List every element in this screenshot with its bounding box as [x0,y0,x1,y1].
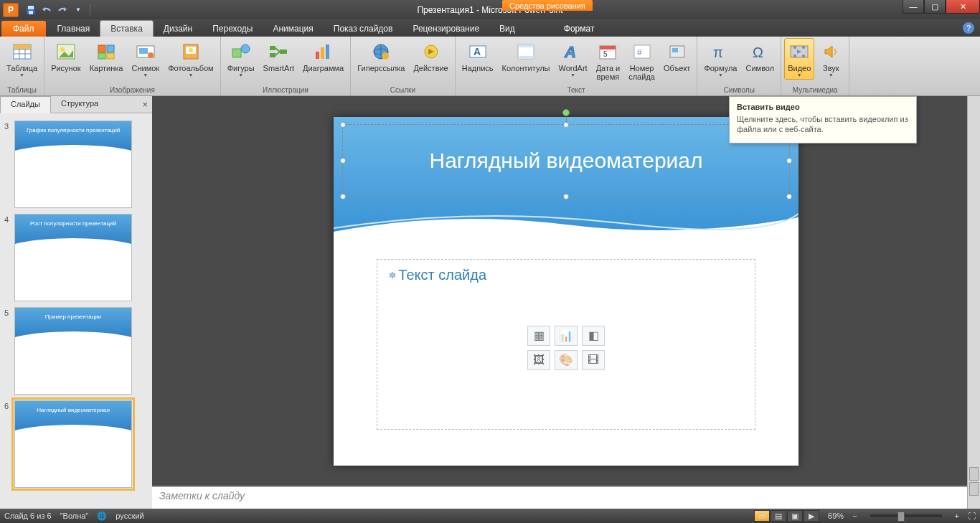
notes-pane[interactable]: Заметки к слайду [152,486,980,509]
slide-editor: Наглядный видеоматериал Текст слайда ▦ [152,96,980,509]
resize-handle-se[interactable] [786,194,792,199]
tab-home[interactable]: Главная [47,21,100,37]
chart-button[interactable]: Диаграмма [299,38,347,75]
ribbon-tabs: Файл Главная Вставка Дизайн Переходы Ани… [0,19,980,37]
normal-view-button[interactable]: ▭ [754,510,770,522]
resize-handle-e[interactable] [786,158,792,164]
zoom-slider[interactable] [870,514,942,517]
slide-thumbnail[interactable]: Наглядный видеоматериал [14,400,132,488]
datetime-button[interactable]: 5Дата и время [593,38,624,83]
action-button[interactable]: Действие [410,38,451,75]
slidenumber-button[interactable]: #Номер слайда [625,38,659,83]
ribbon-group-2: Фигуры▼SmartArtДиаграммаИллюстрации [221,37,352,95]
insert-clipart-icon[interactable]: 🎨 [555,350,578,370]
contextual-tab-group: Средства рисования [502,0,593,11]
file-tab[interactable]: Файл [1,21,46,37]
picture-button[interactable]: Рисунок [47,38,85,75]
textbox-button[interactable]: AНадпись [458,38,497,75]
zoom-out-button[interactable]: − [852,512,857,520]
video-icon [788,40,811,63]
slide-thumbnail[interactable]: Пример презентации [14,307,132,395]
maximize-button[interactable]: ▢ [924,0,946,14]
tab-review[interactable]: Рецензирование [402,21,489,37]
smartart-button[interactable]: SmartArt [260,38,298,75]
audio-button[interactable]: Звук▼ [816,38,846,80]
headerfooter-button[interactable]: Колонтитулы [499,38,554,75]
slide-thumbnail[interactable]: Рост популярности презентаций [14,214,132,301]
tab-transitions[interactable]: Переходы [202,21,263,37]
dropdown-arrow-icon: ▼ [188,72,193,77]
resize-handle-s[interactable] [563,194,569,199]
sorter-view-button[interactable]: ▤ [771,510,786,522]
table-button[interactable]: Таблица▼ [3,38,41,80]
tab-insert[interactable]: Вставка [100,20,154,37]
slide-thumbnail[interactable]: График популярности презентаций [14,121,132,208]
tab-animation[interactable]: Анимация [263,21,323,37]
resize-handle-n[interactable] [563,122,569,128]
qat-customize[interactable]: ▼ [72,4,85,17]
insert-picture-icon[interactable]: 🖼 [527,350,550,370]
redo-button[interactable] [56,4,69,17]
insert-table-icon[interactable]: ▦ [527,326,550,346]
svg-rect-1 [28,6,34,9]
video-button[interactable]: Видео▼ [784,38,814,80]
object-button[interactable]: Объект [660,38,694,75]
resize-handle-w[interactable] [340,158,346,164]
save-button[interactable] [24,4,37,17]
tab-format[interactable]: Формат [554,21,605,37]
photoalbum-button[interactable]: Фотоальбом▼ [164,38,217,80]
resize-handle-nw[interactable] [340,122,346,128]
canvas-area[interactable]: Наглядный видеоматериал Текст слайда ▦ [152,96,980,486]
screenshot-button[interactable]: Снимок▼ [128,38,163,80]
help-button[interactable]: ? [963,22,974,34]
title-placeholder[interactable]: Наглядный видеоматериал [342,124,790,197]
panel-close-icon[interactable]: × [142,99,148,110]
wordart-button[interactable]: AWordArt▼ [555,38,591,80]
svg-rect-21 [232,49,241,57]
status-theme: "Волна" [60,512,89,520]
minimize-button[interactable]: — [903,0,924,14]
datetime-icon: 5 [596,40,619,63]
insert-smartart-icon[interactable]: ◧ [582,326,605,346]
zoom-in-button[interactable]: + [955,512,959,520]
reading-view-button[interactable]: ▣ [787,510,803,522]
svg-text:5: 5 [603,50,608,58]
ribbon-group-4: AНадписьКолонтитулыAWordArt▼5Дата и врем… [456,37,698,95]
content-placeholder[interactable]: Текст слайда ▦ 📊 ◧ 🖼 🎨 🎞 [377,259,755,430]
svg-rect-28 [316,52,319,59]
tab-slides[interactable]: Слайды [0,96,51,113]
app-icon: P [3,3,19,17]
hyperlink-button[interactable]: Гиперссылка [354,38,408,75]
ribbon: Таблица▼ТаблицыРисунокКартинкаСнимок▼Фот… [0,37,980,96]
status-language[interactable]: русский [116,512,143,520]
rotation-handle[interactable] [562,109,570,116]
contextual-tab-label: Средства рисования [502,0,593,11]
slideshow-view-button[interactable]: ▶ [804,510,819,522]
tab-outline[interactable]: Структура [51,96,108,113]
tab-design[interactable]: Дизайн [154,21,202,37]
dropdown-arrow-icon: ▼ [570,72,575,77]
clipart-button[interactable]: Картинка [86,38,127,75]
button-label: Гиперссылка [357,64,405,72]
close-button[interactable]: ✕ [946,0,980,14]
button-label: Видео [788,64,811,72]
insert-chart-icon[interactable]: 📊 [555,326,578,346]
headerfooter-icon [514,40,537,63]
slide-number: 6 [4,400,14,410]
svg-text:A: A [564,43,576,60]
shapes-button[interactable]: Фигуры▼ [224,38,258,80]
insert-media-icon[interactable]: 🎞 [582,350,605,370]
quick-access-toolbar: ▼ [24,4,93,17]
symbol-button[interactable]: ΩСимвол [742,38,778,75]
group-label: Текст [458,85,694,95]
fit-to-window-button[interactable]: ⛶ [968,512,976,520]
vertical-scrollbar[interactable] [967,96,980,509]
thumbnail-row: 3График популярности презентаций [0,118,152,211]
tab-slideshow[interactable]: Показ слайдов [324,21,403,37]
slide-canvas[interactable]: Наглядный видеоматериал Текст слайда ▦ [334,117,798,466]
undo-button[interactable] [40,4,53,17]
tab-view[interactable]: Вид [489,21,525,37]
equation-button[interactable]: πФормула▼ [700,38,740,80]
resize-handle-sw[interactable] [340,194,346,199]
zoom-level[interactable]: 69% [828,512,844,520]
